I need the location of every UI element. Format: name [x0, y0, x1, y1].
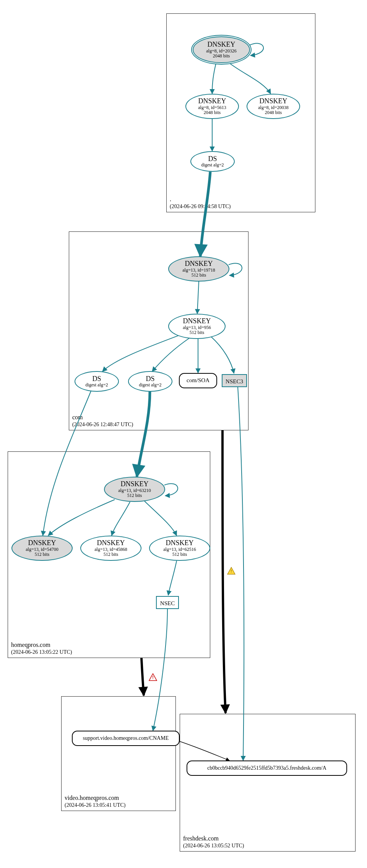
node-root-ds[interactable]: DS digest alg=2: [190, 151, 235, 172]
node-hq-k3[interactable]: DNSKEY alg=13, id=62516 512 bits: [149, 536, 210, 561]
hq-ksk-l1: alg=13, id=63210: [118, 488, 151, 493]
root-zsk2-l2: 2048 bits: [265, 110, 282, 116]
zone-video: video.homeqpros.com (2024-06-26 13:05:41…: [61, 696, 176, 811]
zone-video-ts: (2024-06-26 13:05:41 UTC): [65, 802, 125, 809]
root-ksk-title: DNSKEY: [207, 41, 235, 49]
cname-title: support.video.homeqpros.com/CNAME: [83, 735, 169, 741]
warning-icon: !: [227, 567, 235, 575]
com-zsk-title: DNSKEY: [183, 317, 211, 325]
root-ksk-l2: 2048 bits: [213, 54, 230, 59]
root-zsk2-l1: alg=8, id=20038: [258, 105, 289, 111]
zone-homeqpros-name: homeqpros.com: [11, 641, 72, 649]
node-com-soa[interactable]: com/SOA: [179, 373, 217, 388]
zone-com-label: com (2024-06-26 12:48:47 UTC): [72, 414, 133, 428]
zone-freshdesk-name: freshdesk.com: [183, 835, 244, 842]
com-ksk-l1: alg=13, id=19718: [182, 268, 215, 273]
root-ksk-l1: alg=8, id=20326: [206, 49, 237, 54]
com-ds1-title: DS: [92, 375, 101, 383]
node-root-ksk[interactable]: DNSKEY alg=8, id=20326 2048 bits: [193, 36, 250, 63]
hq-k3-title: DNSKEY: [166, 539, 193, 547]
node-com-nsec3[interactable]: NSEC3: [222, 374, 247, 387]
a-rec-title: cb0bccb940d6529fe2515ffd5b7393a5.freshde…: [207, 765, 326, 771]
com-soa-title: com/SOA: [187, 377, 209, 384]
com-ksk-title: DNSKEY: [185, 260, 213, 268]
node-com-ds2[interactable]: DS digest alg=2: [128, 371, 172, 392]
hq-nsec-title: NSEC: [160, 600, 175, 607]
node-hq-k1[interactable]: DNSKEY alg=13, id=54700 512 bits: [11, 536, 73, 561]
com-zsk-l2: 512 bits: [190, 330, 204, 335]
hq-k2-l1: alg=13, id=45868: [94, 547, 127, 552]
com-ds2-l1: digest alg=2: [139, 383, 161, 388]
node-com-zsk[interactable]: DNSKEY alg=13, id=956 512 bits: [168, 314, 226, 339]
node-hq-ksk[interactable]: DNSKEY alg=13, id=63210 512 bits: [104, 477, 165, 502]
node-root-zsk1[interactable]: DNSKEY alg=8, id=5613 2048 bits: [185, 94, 239, 119]
hq-k1-title: DNSKEY: [28, 539, 56, 547]
zone-com-ts: (2024-06-26 12:48:47 UTC): [72, 421, 133, 428]
zone-video-name: video.homeqpros.com: [65, 794, 125, 802]
root-zsk1-title: DNSKEY: [198, 97, 226, 105]
hq-k2-title: DNSKEY: [97, 539, 125, 547]
node-root-zsk2[interactable]: DNSKEY alg=8, id=20038 2048 bits: [247, 94, 300, 119]
node-a-record[interactable]: cb0bccb940d6529fe2515ffd5b7393a5.freshde…: [187, 761, 347, 776]
com-ds1-l1: digest alg=2: [85, 383, 108, 388]
svg-text:!: !: [152, 675, 154, 680]
com-nsec3-title: NSEC3: [226, 378, 243, 385]
zone-freshdesk: freshdesk.com (2024-06-26 13:05:52 UTC): [180, 714, 356, 852]
zone-root-label: . (2024-06-26 09:54:58 UTC): [170, 195, 231, 210]
zone-root-ts: (2024-06-26 09:54:58 UTC): [170, 203, 231, 210]
root-ds-l1: digest alg=2: [201, 163, 224, 168]
zone-root-name: .: [170, 195, 231, 203]
root-zsk1-l1: alg=8, id=5613: [198, 105, 226, 111]
root-zsk2-title: DNSKEY: [259, 97, 287, 105]
hq-k3-l2: 512 bits: [172, 552, 187, 557]
zone-homeqpros-label: homeqpros.com (2024-06-26 13:05:22 UTC): [11, 641, 72, 656]
com-ksk-l2: 512 bits: [192, 273, 206, 278]
node-hq-nsec[interactable]: NSEC: [156, 596, 179, 609]
node-hq-k2[interactable]: DNSKEY alg=13, id=45868 512 bits: [80, 536, 141, 561]
error-icon: !: [149, 673, 157, 681]
zone-homeqpros-ts: (2024-06-26 13:05:22 UTC): [11, 649, 72, 656]
zone-video-label: video.homeqpros.com (2024-06-26 13:05:41…: [65, 794, 125, 809]
hq-k2-l2: 512 bits: [104, 552, 118, 557]
node-cname[interactable]: support.video.homeqpros.com/CNAME: [72, 731, 180, 746]
com-zsk-l1: alg=13, id=956: [183, 325, 211, 331]
hq-ksk-l2: 512 bits: [127, 493, 142, 498]
hq-k3-l1: alg=13, id=62516: [163, 547, 196, 552]
hq-ksk-title: DNSKEY: [120, 480, 148, 488]
root-ds-title: DS: [208, 155, 217, 163]
com-ds2-title: DS: [146, 375, 154, 383]
node-com-ksk[interactable]: DNSKEY alg=13, id=19718 512 bits: [168, 256, 229, 282]
zone-freshdesk-ts: (2024-06-26 13:05:52 UTC): [183, 842, 244, 849]
hq-k1-l2: 512 bits: [35, 552, 49, 557]
zone-freshdesk-label: freshdesk.com (2024-06-26 13:05:52 UTC): [183, 835, 244, 849]
node-com-ds1[interactable]: DS digest alg=2: [75, 371, 119, 392]
zone-com-name: com: [72, 414, 133, 421]
hq-k1-l1: alg=13, id=54700: [26, 547, 58, 552]
svg-text:!: !: [231, 568, 232, 574]
root-zsk1-l2: 2048 bits: [204, 110, 221, 116]
